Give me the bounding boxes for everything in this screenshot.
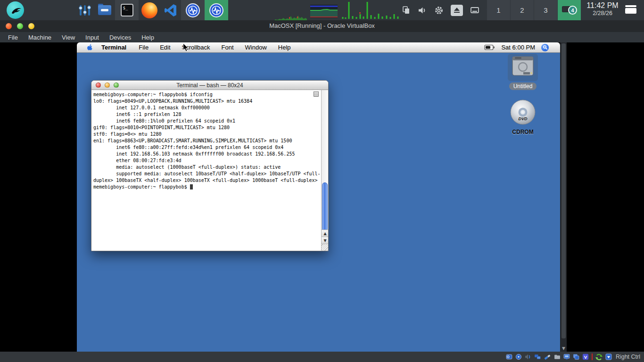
pager-active-badge: 4 [568, 6, 577, 15]
terminal-output-text: memebigboys-computer:~ flappybob$ ifconf… [91, 90, 321, 190]
network-history-graph[interactable] [341, 1, 401, 19]
show-desktop-button[interactable] [625, 5, 636, 15]
spotlight-button[interactable] [541, 44, 549, 51]
network-monitor-icon[interactable] [470, 6, 479, 15]
network-status-icon[interactable] [534, 354, 541, 360]
desktop-icon-label: CDROM [512, 129, 533, 135]
desktop-icon-cdrom[interactable]: DVD CDROM [505, 99, 541, 136]
taskbar-item-audio-mixer[interactable] [75, 0, 94, 20]
virtualbox-window-title: MacOSX [Running] - Oracle VirtualBox [0, 22, 644, 29]
mac-menu-file[interactable]: File [139, 44, 149, 51]
firefox-icon [141, 2, 157, 18]
mouse-integration-status-icon[interactable] [595, 354, 603, 361]
clock-date: 2/28/26 [583, 10, 622, 16]
kde-panel: $_ [0, 0, 644, 20]
usb-status-icon[interactable] [544, 354, 551, 360]
mac-menu-font[interactable]: Font [222, 44, 234, 51]
vbox-scroll-down-button[interactable]: ▼ [561, 346, 567, 351]
svg-text:DVD: DVD [518, 116, 528, 121]
vbox-scrollbar-thumb[interactable] [561, 43, 566, 338]
memory-graph[interactable] [310, 5, 338, 18]
scroll-up-button[interactable]: ▲ [322, 230, 328, 237]
hard-disk-icon [511, 56, 535, 77]
show-desktop-icon [625, 5, 636, 7]
system-tray: ▾ [402, 0, 490, 20]
keyboard-capture-status-icon[interactable] [605, 354, 612, 360]
statusbar-separator [592, 354, 593, 360]
mac-menubar-clock[interactable]: Sat 6:00 PM [501, 44, 535, 51]
taskbar-item-terminal[interactable]: $_ [115, 0, 139, 20]
folder-icon [98, 5, 111, 15]
taskbar-item-file-manager[interactable] [94, 0, 115, 20]
app-launcher-button[interactable] [7, 1, 24, 19]
window-resize-grip[interactable] [322, 244, 328, 251]
mac-menubar: Terminal File Edit Scrollback Font Windo… [77, 42, 560, 53]
audio-status-icon[interactable] [525, 354, 531, 360]
desktop-icon-untitled[interactable]: Untitled [505, 54, 541, 90]
virtualbox-menubar: File Machine View Input Devices Help [0, 32, 644, 42]
volume-icon[interactable] [418, 6, 427, 15]
spotlight-magnifier-icon [543, 45, 548, 50]
optical-drives-status-icon[interactable] [515, 354, 522, 360]
desktop-icon-label: Untitled [509, 82, 537, 90]
pager-desktop-3[interactable]: 3 [534, 0, 557, 20]
eject-icon [454, 8, 460, 11]
terminal-scrollbar[interactable]: ▲ ▼ [321, 90, 328, 251]
virtualbox-titlebar[interactable]: MacOSX [Running] - Oracle VirtualBox [0, 20, 644, 32]
vscode-icon [164, 3, 178, 17]
clock-time: 11:42 PM [583, 1, 622, 10]
clipboard-icon[interactable] [402, 6, 411, 15]
terminal-title: Terminal — bash — 80x24 [91, 82, 328, 89]
shared-folders-status-icon[interactable] [554, 354, 561, 360]
recording-status-icon[interactable] [573, 354, 579, 360]
virtualbox-statusbar: V Right Ctrl [0, 352, 644, 362]
mac-menu-edit[interactable]: Edit [160, 44, 170, 51]
terminal-content[interactable]: memebigboys-computer:~ flappybob$ ifconf… [91, 90, 328, 251]
distro-bird-icon [9, 4, 22, 16]
audio-mixer-icon [79, 4, 91, 16]
scroll-down-button[interactable]: ▼ [322, 237, 328, 244]
features-status-icon[interactable]: V [582, 354, 589, 360]
vbox-menu-view[interactable]: View [57, 32, 80, 42]
virtualbox-vm-icon [186, 3, 200, 17]
mac-menu-window[interactable]: Window [245, 44, 267, 51]
terminal-window: Terminal — bash — 80x24 memebigboys-comp… [91, 80, 329, 251]
terminal-scrollbar-thumb[interactable] [322, 182, 328, 231]
pager-desktop-2[interactable]: 2 [510, 0, 534, 20]
panel-clock[interactable]: 11:42 PM 2/28/26 [583, 1, 622, 17]
terminal-page-badge-icon [314, 91, 319, 97]
hard-disks-status-icon[interactable] [506, 354, 512, 360]
mac-menu-app-name[interactable]: Terminal [101, 44, 126, 51]
mac-desktop: Untitled [77, 53, 560, 352]
vbox-menu-file[interactable]: File [3, 32, 23, 42]
mac-guest-screen: Terminal File Edit Scrollback Font Windo… [77, 42, 560, 352]
taskbar-item-vm-window[interactable] [181, 0, 205, 20]
taskbar-item-vm-window-active[interactable] [205, 0, 228, 20]
vbox-menu-help[interactable]: Help [136, 32, 159, 42]
taskbar: $_ [75, 0, 228, 20]
vbox-vertical-scrollbar[interactable]: ▼ [560, 42, 567, 352]
apple-menu[interactable] [86, 44, 93, 51]
vbox-menu-input[interactable]: Input [80, 32, 104, 42]
terminal-text-cursor [190, 184, 193, 189]
pager-desktop-4-active[interactable]: 4 [557, 0, 581, 20]
mac-menu-help[interactable]: Help [278, 44, 291, 51]
vbox-menu-devices[interactable]: Devices [104, 32, 136, 42]
battery-menu-icon[interactable] [484, 44, 495, 50]
taskbar-item-vscode[interactable] [160, 0, 181, 20]
host-key-label: Right Ctrl [616, 354, 640, 360]
taskbar-item-firefox[interactable] [139, 0, 160, 20]
eject-device-button[interactable] [451, 5, 463, 16]
pager-desktop-1[interactable]: 1 [487, 0, 510, 20]
system-monitor-widgets [275, 0, 401, 20]
vbox-menu-machine[interactable]: Machine [23, 32, 57, 42]
settings-gear-icon[interactable] [434, 6, 444, 15]
terminal-titlebar[interactable]: Terminal — bash — 80x24 [91, 81, 328, 90]
cpu-history-graph[interactable] [275, 8, 307, 20]
screen: $_ [0, 0, 644, 362]
display-status-icon[interactable] [563, 354, 570, 360]
virtual-desktop-pager: 1 2 3 4 [487, 0, 581, 20]
apple-logo-icon [86, 44, 93, 51]
mouse-cursor [182, 43, 189, 54]
vm-display-region: Terminal File Edit Scrollback Font Windo… [0, 42, 644, 352]
